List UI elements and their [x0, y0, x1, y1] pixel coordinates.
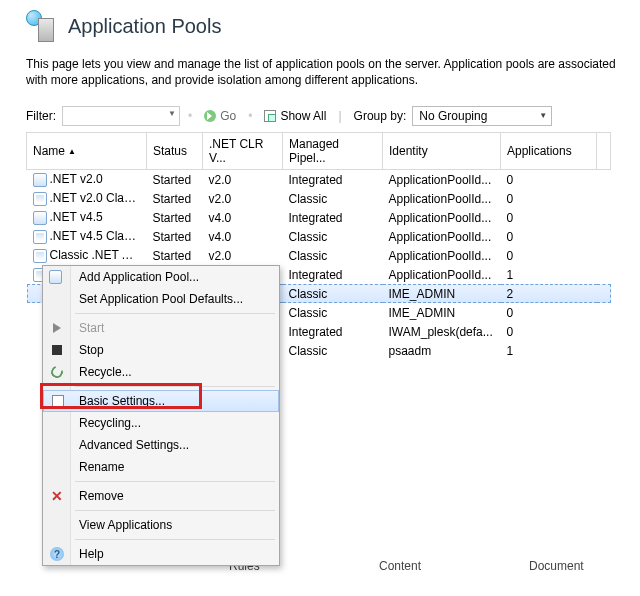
col-spacer — [597, 133, 611, 170]
ctx-start: Start — [43, 317, 279, 339]
col-apps[interactable]: Applications — [501, 133, 597, 170]
table-row[interactable]: Classic .NET Ap...Startedv2.0ClassicAppl… — [27, 246, 611, 265]
table-row[interactable]: .NET v2.0 ClassicStartedv2.0ClassicAppli… — [27, 189, 611, 208]
col-pipeline[interactable]: Managed Pipel... — [283, 133, 383, 170]
show-all-button[interactable]: Show All — [260, 109, 330, 123]
ctx-help[interactable]: ? Help — [43, 543, 279, 565]
go-icon — [204, 110, 216, 122]
app-pool-row-icon — [33, 192, 47, 206]
groupby-select[interactable]: No Grouping ▼ — [412, 106, 552, 126]
col-clr[interactable]: .NET CLR V... — [203, 133, 283, 170]
recycle-icon — [49, 364, 65, 380]
document-icon — [50, 394, 66, 410]
ctx-rename[interactable]: Rename — [43, 456, 279, 478]
app-pool-row-icon — [33, 230, 47, 244]
table-row[interactable]: .NET v2.0Startedv2.0IntegratedApplicatio… — [27, 170, 611, 189]
table-row[interactable]: .NET v4.5 ClassicStartedv4.0ClassicAppli… — [27, 227, 611, 246]
status-document: Document — [529, 559, 589, 577]
col-name[interactable]: Name▲ — [27, 133, 147, 170]
context-menu: Add Application Pool... Set Application … — [42, 265, 280, 566]
page-header: Application Pools — [26, 4, 640, 52]
ctx-view-applications[interactable]: View Applications — [43, 514, 279, 536]
ctx-set-defaults[interactable]: Set Application Pool Defaults... — [43, 288, 279, 310]
filter-input[interactable] — [62, 106, 180, 126]
sort-asc-icon: ▲ — [68, 147, 76, 156]
delete-icon: ✕ — [49, 488, 65, 504]
table-header-row: Name▲ Status .NET CLR V... Managed Pipel… — [27, 133, 611, 170]
table-row[interactable]: .NET v4.5Startedv4.0IntegratedApplicatio… — [27, 208, 611, 227]
help-icon: ? — [49, 546, 65, 562]
app-pool-row-icon — [33, 173, 47, 187]
toolbar: Filter: ▼ • Go • Show All | Group by: No… — [26, 102, 640, 132]
ctx-remove[interactable]: ✕ Remove — [43, 485, 279, 507]
stop-icon — [49, 342, 65, 358]
col-identity[interactable]: Identity — [383, 133, 501, 170]
show-all-icon — [264, 110, 276, 122]
status-content: Content — [379, 559, 439, 577]
play-icon — [49, 320, 65, 336]
page-title: Application Pools — [68, 15, 221, 38]
app-pool-row-icon — [33, 249, 47, 263]
ctx-stop[interactable]: Stop — [43, 339, 279, 361]
app-pools-icon — [26, 10, 58, 42]
ctx-recycle[interactable]: Recycle... — [43, 361, 279, 383]
page-description: This page lets you view and manage the l… — [26, 52, 640, 102]
ctx-basic-settings[interactable]: Basic Settings... — [43, 390, 279, 412]
ctx-advanced-settings[interactable]: Advanced Settings... — [43, 434, 279, 456]
app-pool-icon — [49, 269, 65, 285]
go-button[interactable]: Go — [200, 109, 240, 123]
col-status[interactable]: Status — [147, 133, 203, 170]
ctx-recycling[interactable]: Recycling... — [43, 412, 279, 434]
app-pool-row-icon — [33, 211, 47, 225]
groupby-label: Group by: — [354, 109, 407, 123]
chevron-down-icon: ▼ — [539, 111, 547, 120]
ctx-add-app-pool[interactable]: Add Application Pool... — [43, 266, 279, 288]
chevron-down-icon[interactable]: ▼ — [168, 109, 176, 118]
filter-label: Filter: — [26, 109, 56, 123]
